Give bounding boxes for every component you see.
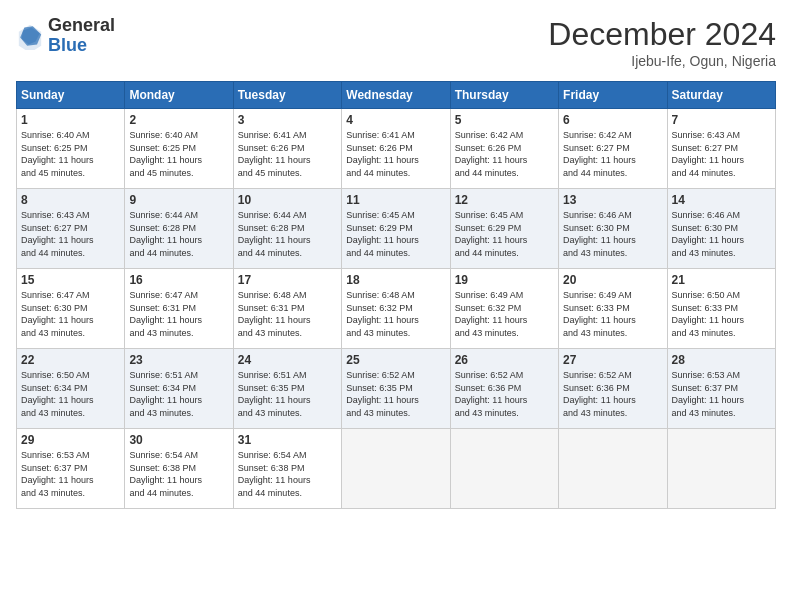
calendar-cell: 22 Sunrise: 6:50 AMSunset: 6:34 PMDaylig…	[17, 349, 125, 429]
month-title: December 2024	[548, 16, 776, 53]
calendar-cell: 6 Sunrise: 6:42 AMSunset: 6:27 PMDayligh…	[559, 109, 667, 189]
calendar-header-row: SundayMondayTuesdayWednesdayThursdayFrid…	[17, 82, 776, 109]
calendar-cell: 1 Sunrise: 6:40 AMSunset: 6:25 PMDayligh…	[17, 109, 125, 189]
calendar-cell: 14 Sunrise: 6:46 AMSunset: 6:30 PMDaylig…	[667, 189, 775, 269]
calendar-table: SundayMondayTuesdayWednesdayThursdayFrid…	[16, 81, 776, 509]
calendar-cell: 28 Sunrise: 6:53 AMSunset: 6:37 PMDaylig…	[667, 349, 775, 429]
day-number: 14	[672, 193, 771, 207]
day-number: 15	[21, 273, 120, 287]
day-number: 9	[129, 193, 228, 207]
col-header-saturday: Saturday	[667, 82, 775, 109]
calendar-cell: 4 Sunrise: 6:41 AMSunset: 6:26 PMDayligh…	[342, 109, 450, 189]
calendar-cell	[450, 429, 558, 509]
day-info: Sunrise: 6:47 AMSunset: 6:31 PMDaylight:…	[129, 289, 228, 339]
day-info: Sunrise: 6:44 AMSunset: 6:28 PMDaylight:…	[238, 209, 337, 259]
day-info: Sunrise: 6:42 AMSunset: 6:27 PMDaylight:…	[563, 129, 662, 179]
day-info: Sunrise: 6:48 AMSunset: 6:31 PMDaylight:…	[238, 289, 337, 339]
day-number: 12	[455, 193, 554, 207]
day-number: 13	[563, 193, 662, 207]
calendar-cell: 17 Sunrise: 6:48 AMSunset: 6:31 PMDaylig…	[233, 269, 341, 349]
day-number: 10	[238, 193, 337, 207]
day-info: Sunrise: 6:52 AMSunset: 6:36 PMDaylight:…	[455, 369, 554, 419]
day-info: Sunrise: 6:49 AMSunset: 6:32 PMDaylight:…	[455, 289, 554, 339]
calendar-cell: 16 Sunrise: 6:47 AMSunset: 6:31 PMDaylig…	[125, 269, 233, 349]
day-number: 28	[672, 353, 771, 367]
day-info: Sunrise: 6:51 AMSunset: 6:35 PMDaylight:…	[238, 369, 337, 419]
day-info: Sunrise: 6:45 AMSunset: 6:29 PMDaylight:…	[455, 209, 554, 259]
day-info: Sunrise: 6:50 AMSunset: 6:34 PMDaylight:…	[21, 369, 120, 419]
calendar-cell: 27 Sunrise: 6:52 AMSunset: 6:36 PMDaylig…	[559, 349, 667, 429]
calendar-cell: 26 Sunrise: 6:52 AMSunset: 6:36 PMDaylig…	[450, 349, 558, 429]
day-info: Sunrise: 6:53 AMSunset: 6:37 PMDaylight:…	[672, 369, 771, 419]
calendar-cell: 11 Sunrise: 6:45 AMSunset: 6:29 PMDaylig…	[342, 189, 450, 269]
day-info: Sunrise: 6:41 AMSunset: 6:26 PMDaylight:…	[238, 129, 337, 179]
day-info: Sunrise: 6:44 AMSunset: 6:28 PMDaylight:…	[129, 209, 228, 259]
calendar-cell: 19 Sunrise: 6:49 AMSunset: 6:32 PMDaylig…	[450, 269, 558, 349]
calendar-cell: 3 Sunrise: 6:41 AMSunset: 6:26 PMDayligh…	[233, 109, 341, 189]
calendar-cell	[559, 429, 667, 509]
calendar-cell: 31 Sunrise: 6:54 AMSunset: 6:38 PMDaylig…	[233, 429, 341, 509]
day-number: 31	[238, 433, 337, 447]
general-blue-logo-icon	[16, 22, 44, 50]
calendar-cell: 8 Sunrise: 6:43 AMSunset: 6:27 PMDayligh…	[17, 189, 125, 269]
col-header-sunday: Sunday	[17, 82, 125, 109]
day-number: 6	[563, 113, 662, 127]
day-number: 2	[129, 113, 228, 127]
calendar-cell: 13 Sunrise: 6:46 AMSunset: 6:30 PMDaylig…	[559, 189, 667, 269]
calendar-week-row: 8 Sunrise: 6:43 AMSunset: 6:27 PMDayligh…	[17, 189, 776, 269]
day-number: 24	[238, 353, 337, 367]
day-number: 17	[238, 273, 337, 287]
col-header-tuesday: Tuesday	[233, 82, 341, 109]
day-info: Sunrise: 6:51 AMSunset: 6:34 PMDaylight:…	[129, 369, 228, 419]
calendar-cell: 5 Sunrise: 6:42 AMSunset: 6:26 PMDayligh…	[450, 109, 558, 189]
day-info: Sunrise: 6:53 AMSunset: 6:37 PMDaylight:…	[21, 449, 120, 499]
calendar-cell: 23 Sunrise: 6:51 AMSunset: 6:34 PMDaylig…	[125, 349, 233, 429]
day-number: 1	[21, 113, 120, 127]
calendar-cell: 18 Sunrise: 6:48 AMSunset: 6:32 PMDaylig…	[342, 269, 450, 349]
day-number: 3	[238, 113, 337, 127]
calendar-cell: 10 Sunrise: 6:44 AMSunset: 6:28 PMDaylig…	[233, 189, 341, 269]
col-header-friday: Friday	[559, 82, 667, 109]
logo-general: General	[48, 16, 115, 36]
calendar-cell: 29 Sunrise: 6:53 AMSunset: 6:37 PMDaylig…	[17, 429, 125, 509]
day-info: Sunrise: 6:54 AMSunset: 6:38 PMDaylight:…	[238, 449, 337, 499]
day-info: Sunrise: 6:43 AMSunset: 6:27 PMDaylight:…	[21, 209, 120, 259]
day-number: 11	[346, 193, 445, 207]
day-info: Sunrise: 6:40 AMSunset: 6:25 PMDaylight:…	[21, 129, 120, 179]
day-number: 16	[129, 273, 228, 287]
calendar-cell	[667, 429, 775, 509]
day-info: Sunrise: 6:54 AMSunset: 6:38 PMDaylight:…	[129, 449, 228, 499]
calendar-cell	[342, 429, 450, 509]
day-number: 25	[346, 353, 445, 367]
calendar-cell: 7 Sunrise: 6:43 AMSunset: 6:27 PMDayligh…	[667, 109, 775, 189]
day-number: 7	[672, 113, 771, 127]
day-number: 22	[21, 353, 120, 367]
day-number: 5	[455, 113, 554, 127]
calendar-cell: 24 Sunrise: 6:51 AMSunset: 6:35 PMDaylig…	[233, 349, 341, 429]
calendar-cell: 25 Sunrise: 6:52 AMSunset: 6:35 PMDaylig…	[342, 349, 450, 429]
day-number: 27	[563, 353, 662, 367]
day-info: Sunrise: 6:40 AMSunset: 6:25 PMDaylight:…	[129, 129, 228, 179]
calendar-cell: 20 Sunrise: 6:49 AMSunset: 6:33 PMDaylig…	[559, 269, 667, 349]
day-info: Sunrise: 6:46 AMSunset: 6:30 PMDaylight:…	[672, 209, 771, 259]
day-info: Sunrise: 6:49 AMSunset: 6:33 PMDaylight:…	[563, 289, 662, 339]
day-number: 19	[455, 273, 554, 287]
day-number: 30	[129, 433, 228, 447]
day-number: 23	[129, 353, 228, 367]
day-info: Sunrise: 6:50 AMSunset: 6:33 PMDaylight:…	[672, 289, 771, 339]
day-number: 8	[21, 193, 120, 207]
calendar-cell: 15 Sunrise: 6:47 AMSunset: 6:30 PMDaylig…	[17, 269, 125, 349]
calendar-week-row: 15 Sunrise: 6:47 AMSunset: 6:30 PMDaylig…	[17, 269, 776, 349]
day-info: Sunrise: 6:41 AMSunset: 6:26 PMDaylight:…	[346, 129, 445, 179]
day-info: Sunrise: 6:46 AMSunset: 6:30 PMDaylight:…	[563, 209, 662, 259]
calendar-cell: 12 Sunrise: 6:45 AMSunset: 6:29 PMDaylig…	[450, 189, 558, 269]
title-block: December 2024 Ijebu-Ife, Ogun, Nigeria	[548, 16, 776, 69]
calendar-week-row: 22 Sunrise: 6:50 AMSunset: 6:34 PMDaylig…	[17, 349, 776, 429]
day-number: 4	[346, 113, 445, 127]
logo-blue: Blue	[48, 36, 115, 56]
col-header-thursday: Thursday	[450, 82, 558, 109]
day-number: 21	[672, 273, 771, 287]
day-info: Sunrise: 6:42 AMSunset: 6:26 PMDaylight:…	[455, 129, 554, 179]
calendar-cell: 21 Sunrise: 6:50 AMSunset: 6:33 PMDaylig…	[667, 269, 775, 349]
col-header-monday: Monday	[125, 82, 233, 109]
